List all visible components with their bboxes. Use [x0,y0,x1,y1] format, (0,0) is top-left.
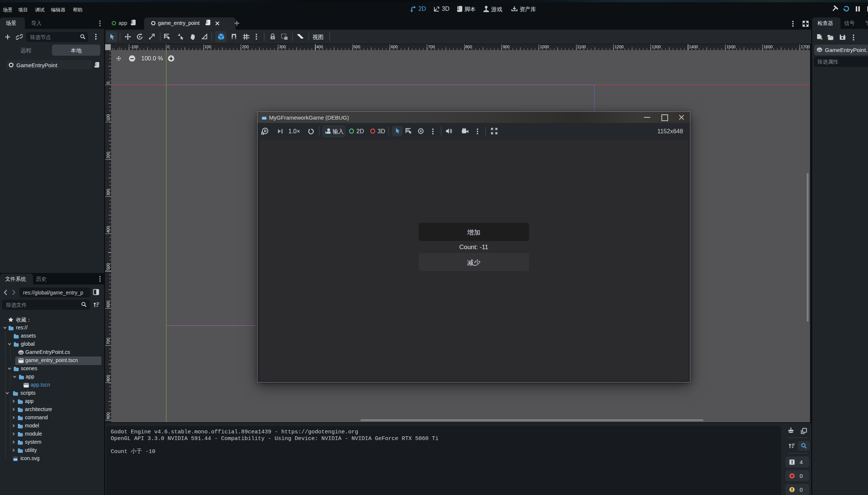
svg-text:c#: c# [818,49,821,52]
svg-text:c#: c# [19,351,23,355]
